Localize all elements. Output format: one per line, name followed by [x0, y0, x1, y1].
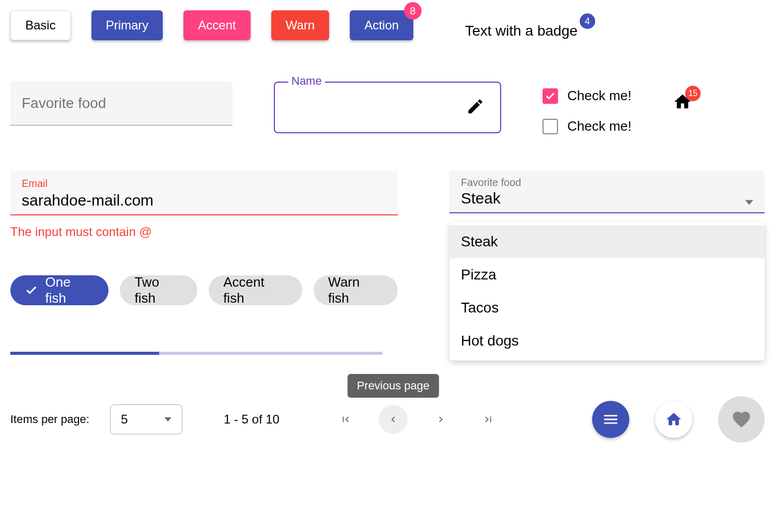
action-button-label: Action	[364, 18, 399, 32]
basic-button[interactable]: Basic	[10, 10, 71, 40]
fab-row	[592, 396, 765, 443]
items-per-page-label: Items per page:	[10, 413, 89, 426]
chip-one-fish[interactable]: One fish	[10, 275, 109, 305]
chip-two-fish[interactable]: Two fish	[120, 275, 197, 305]
home-fab[interactable]	[655, 401, 692, 438]
home-icon	[665, 411, 683, 428]
chevron-left-icon	[388, 414, 399, 425]
chevron-down-icon	[164, 417, 172, 421]
checkbox-2[interactable]	[542, 119, 558, 134]
check-icon	[25, 284, 38, 297]
chip-label: One fish	[45, 274, 94, 306]
progress-bar	[10, 352, 382, 355]
dropdown-option-hotdogs[interactable]: Hot dogs	[450, 324, 765, 357]
menu-fab[interactable]	[592, 401, 629, 438]
text-badge-count: 4	[580, 13, 595, 29]
page-range: 1 - 5 of 10	[224, 412, 280, 427]
first-page-button[interactable]	[331, 405, 360, 434]
accent-button[interactable]: Accent	[183, 10, 250, 40]
action-button[interactable]: Action 8	[350, 10, 413, 40]
progress-fill	[10, 352, 159, 355]
checkbox-column: Check me! Check me!	[542, 88, 631, 134]
edit-icon	[466, 97, 485, 118]
tooltip: Previous page	[348, 374, 439, 398]
name-field-label: Name	[288, 74, 325, 88]
page-size-value: 5	[121, 412, 128, 427]
home-icon-with-badge[interactable]: 15	[673, 92, 692, 114]
primary-button[interactable]: Primary	[91, 10, 163, 40]
button-row: Basic Primary Accent Warn Action 8 Text …	[10, 10, 765, 40]
chevron-down-icon	[745, 198, 753, 207]
email-value: sarahdoe-mail.com	[22, 192, 386, 209]
favorite-fab[interactable]	[718, 396, 765, 443]
favorite-food-select[interactable]: Favorite food Steak	[450, 170, 765, 213]
dropdown-option-pizza[interactable]: Pizza	[450, 258, 765, 291]
dropdown-option-steak[interactable]: Steak	[450, 225, 765, 258]
menu-icon	[602, 411, 619, 428]
text-with-badge: Text with a badge 4	[465, 23, 578, 39]
email-field[interactable]: Email sarahdoe-mail.com	[10, 170, 398, 215]
select-dropdown: Steak Pizza Tacos Hot dogs	[450, 222, 765, 361]
chip-warn-fish[interactable]: Warn fish	[314, 275, 398, 305]
last-page-button[interactable]	[474, 405, 503, 434]
name-field[interactable]: Name	[274, 82, 501, 133]
first-page-icon	[340, 414, 351, 425]
checkbox-1[interactable]	[542, 88, 558, 104]
home-badge-count: 15	[685, 86, 701, 101]
previous-page-button[interactable]: Previous page	[379, 405, 408, 434]
favorite-food-input[interactable]	[10, 82, 233, 126]
chevron-right-icon	[435, 414, 446, 425]
next-page-button[interactable]	[426, 405, 455, 434]
select-value: Steak	[461, 190, 521, 207]
checkbox-2-label: Check me!	[567, 118, 631, 134]
warn-button[interactable]: Warn	[271, 10, 329, 40]
paginator: Items per page: 5 1 - 5 of 10 Previous p…	[10, 396, 765, 443]
form-row: Email sarahdoe-mail.com The input must c…	[10, 170, 765, 355]
chips-row: One fish Two fish Accent fish Warn fish	[10, 275, 398, 305]
email-label: Email	[22, 178, 386, 190]
page-size-select[interactable]: 5	[110, 404, 182, 434]
inputs-row: Name Check me! Check me! 15	[10, 82, 765, 134]
select-label: Favorite food	[461, 177, 521, 189]
heart-icon	[731, 409, 752, 430]
action-badge: 8	[404, 2, 422, 20]
email-error: The input must contain @	[10, 225, 398, 239]
checkbox-1-label: Check me!	[567, 88, 631, 104]
last-page-icon	[483, 414, 494, 425]
chip-accent-fish[interactable]: Accent fish	[209, 275, 302, 305]
text-badge-label: Text with a badge	[465, 23, 578, 39]
dropdown-option-tacos[interactable]: Tacos	[450, 291, 765, 324]
